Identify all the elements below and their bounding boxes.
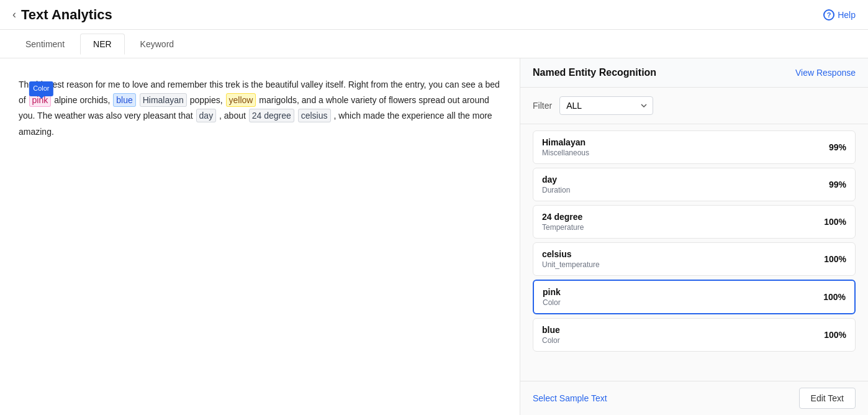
entity-name-celsius: celsius <box>542 249 600 259</box>
blue-tag[interactable]: blue <box>113 93 135 107</box>
entity-score-day: 99% <box>829 180 846 189</box>
entity-type-blue: Color <box>542 336 560 345</box>
entity-left-celsius: celsius Unit_temperature <box>542 249 600 269</box>
entity-item-day[interactable]: day Duration 99% <box>533 168 856 201</box>
entity-left-24degree: 24 degree Temperature <box>542 212 584 232</box>
entity-score-celsius: 100% <box>824 254 846 264</box>
edit-text-button[interactable]: Edit Text <box>799 388 856 409</box>
back-icon[interactable]: ‹ <box>12 8 16 21</box>
text-content: The biggest reason for me to love and re… <box>19 77 501 140</box>
yellow-tag[interactable]: yellow <box>226 93 256 107</box>
entity-score-himalayan: 99% <box>829 142 846 152</box>
24degree-tag[interactable]: 24 degree <box>249 109 294 122</box>
filter-row: Filter ALL Miscellaneous Duration Temper… <box>520 88 868 124</box>
select-sample-link[interactable]: Select Sample Text <box>533 393 607 403</box>
filter-select[interactable]: ALL Miscellaneous Duration Temperature U… <box>559 96 653 115</box>
help-link[interactable]: ? Help <box>823 9 856 21</box>
header: ‹ Text Analytics ? Help <box>0 0 868 30</box>
entity-type-pink: Color <box>543 298 561 307</box>
tabs-bar: Sentiment NER Keyword <box>0 30 868 58</box>
pink-tag: pink <box>29 93 52 107</box>
entity-name-blue: blue <box>542 325 560 335</box>
entity-list: Himalayan Miscellaneous 99% day Duration… <box>520 124 868 381</box>
help-label: Help <box>838 10 856 20</box>
entity-name-day: day <box>542 175 570 185</box>
entity-type-24degree: Temperature <box>542 223 584 232</box>
entity-left-pink: pink Color <box>543 287 561 307</box>
entity-item-blue[interactable]: blue Color 100% <box>533 318 856 352</box>
help-circle-icon: ? <box>823 9 834 21</box>
entity-left-day: day Duration <box>542 175 570 194</box>
header-left: ‹ Text Analytics <box>12 7 112 23</box>
ner-title: Named Entity Recognition <box>533 67 656 78</box>
entity-name-himalayan: Himalayan <box>542 137 589 147</box>
bottom-bar: Select Sample Text Edit Text <box>520 381 868 415</box>
entity-left-himalayan: Himalayan Miscellaneous <box>542 137 589 157</box>
tab-sentiment[interactable]: Sentiment <box>12 34 78 54</box>
entity-score-24degree: 100% <box>824 217 846 227</box>
entity-score-pink: 100% <box>823 292 846 302</box>
entity-item-celsius[interactable]: celsius Unit_temperature 100% <box>533 242 856 276</box>
tab-keyword[interactable]: Keyword <box>127 34 187 54</box>
entity-left-blue: blue Color <box>542 325 560 345</box>
ner-header: Named Entity Recognition View Response <box>520 58 868 88</box>
pink-entity-inline[interactable]: Color pink <box>29 95 55 105</box>
entity-score-blue: 100% <box>824 330 846 340</box>
entity-item-pink[interactable]: pink Color 100% <box>533 280 856 314</box>
entity-item-24degree[interactable]: 24 degree Temperature 100% <box>533 205 856 239</box>
entity-type-celsius: Unit_temperature <box>542 260 600 269</box>
main-content: The biggest reason for me to love and re… <box>0 58 868 415</box>
entity-item-himalayan[interactable]: Himalayan Miscellaneous 99% <box>533 130 856 164</box>
entity-type-himalayan: Miscellaneous <box>542 148 589 157</box>
himalayan-tag[interactable]: Himalayan <box>140 93 187 107</box>
view-response-link[interactable]: View Response <box>795 68 856 78</box>
entity-name-pink: pink <box>543 287 561 297</box>
celsius-tag[interactable]: celsius <box>298 109 331 122</box>
right-panel: Named Entity Recognition View Response F… <box>520 58 868 415</box>
page-title: Text Analytics <box>21 7 112 23</box>
left-panel: The biggest reason for me to love and re… <box>0 58 520 415</box>
filter-label: Filter <box>533 101 552 111</box>
day-tag[interactable]: day <box>196 109 217 122</box>
tab-ner[interactable]: NER <box>80 34 125 55</box>
entity-type-day: Duration <box>542 186 570 194</box>
entity-name-24degree: 24 degree <box>542 212 584 222</box>
